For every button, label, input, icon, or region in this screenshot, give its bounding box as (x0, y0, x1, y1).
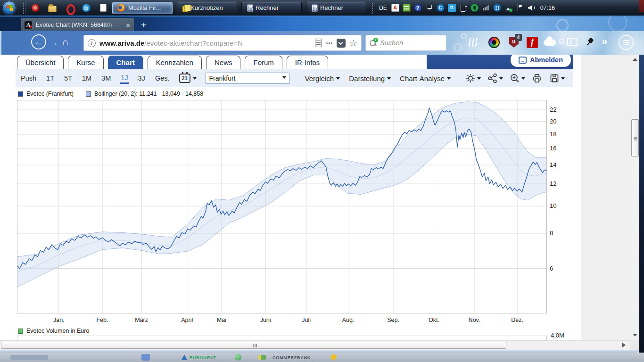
ublock-badge: 4 (515, 34, 522, 41)
range-3j[interactable]: 3J (138, 74, 146, 83)
pocket-icon[interactable] (337, 39, 346, 48)
g-letter-icon[interactable]: G (559, 37, 565, 47)
downloader-icon[interactable] (82, 4, 91, 12)
cloud-icon[interactable] (544, 40, 556, 46)
range-1j[interactable]: 1J (120, 73, 128, 84)
bookmark-star-icon[interactable]: ☆ (349, 39, 357, 48)
horizontal-scroll-thumb[interactable] (1, 342, 506, 349)
site-tab-chart[interactable]: Chart (108, 56, 143, 69)
scroll-right-button[interactable] (622, 343, 628, 347)
indicators-button[interactable] (487, 73, 503, 84)
menu-button[interactable] (619, 35, 634, 50)
network-signal-icon[interactable] (482, 4, 490, 12)
site-tab-forum[interactable]: Forum (245, 56, 282, 69)
search-input[interactable] (380, 39, 442, 47)
opera-icon[interactable] (65, 4, 74, 12)
vertical-scrollbar[interactable] (630, 55, 639, 340)
taskbar-button-mozilla-fir-[interactable]: Mozilla Fir... (112, 2, 173, 14)
flash-icon[interactable] (527, 37, 538, 48)
range-5t[interactable]: 5T (64, 74, 73, 83)
zoom-button[interactable] (509, 73, 525, 84)
y-axis-tick-label: 14 (550, 161, 566, 168)
commerzbank-ribbon-icon (330, 354, 337, 361)
scroll-down-button[interactable] (631, 331, 639, 339)
keyboard-layout-icon[interactable] (403, 4, 411, 12)
print-button[interactable] (531, 73, 543, 84)
security-icon[interactable] (31, 4, 40, 12)
taskbar-button-rechner[interactable]: Rechner (241, 2, 302, 14)
tab-close-icon[interactable]: × (126, 21, 130, 29)
sidebar-icon[interactable] (567, 38, 578, 46)
flag-icon[interactable] (516, 4, 524, 12)
app-dots-icon[interactable] (493, 4, 501, 12)
language-indicator[interactable]: DE (378, 5, 388, 11)
taskbar-button-kurznotizen[interactable]: Kurznotizen (177, 2, 237, 14)
color-wheel-icon[interactable] (488, 37, 500, 48)
logo-fragments (258, 355, 266, 360)
forward-button[interactable]: → (49, 37, 58, 48)
range-3m[interactable]: 3M (101, 74, 111, 83)
antivirus-shield-icon[interactable] (471, 4, 479, 12)
y-axis-tick-label: 6 (550, 265, 566, 272)
browser-tab[interactable]: Evotec Chart (WKN: 566480) - A × (21, 18, 134, 32)
taskbar-clock[interactable]: 07:16 (540, 5, 555, 11)
quick-launch-grip[interactable] (23, 2, 25, 14)
site-tab-news[interactable]: News (206, 56, 241, 69)
dropdown-darstellung[interactable]: Darstellung (349, 74, 391, 82)
tray-grip[interactable] (372, 2, 374, 14)
home-button[interactable]: ⌂ (62, 36, 68, 48)
save-button[interactable] (549, 73, 565, 84)
exchange-select[interactable]: Frankfurt (206, 73, 289, 84)
site-tab-ir-infos[interactable]: IR-Infos (287, 56, 329, 69)
reader-mode-icon[interactable] (315, 39, 322, 47)
legend-item: Bollinger (20, 2): 11,241 - 13,049 - 14,… (86, 90, 203, 97)
library-icon[interactable] (469, 38, 479, 47)
chevron-down-icon (561, 77, 565, 82)
search-icon[interactable]: + (370, 39, 377, 47)
site-tab-kennzahlen[interactable]: Kennzahlen (148, 56, 202, 69)
notepad-icon[interactable] (448, 4, 456, 12)
vertical-scroll-thumb[interactable] (631, 119, 639, 156)
range-1t[interactable]: 1T (46, 74, 55, 83)
horizontal-scrollbar[interactable] (0, 340, 630, 350)
firefox-tab-bar: Evotec Chart (WKN: 566480) - A × + (0, 16, 644, 31)
url-bar[interactable]: i www.ariva.de/evotec-aktie/chart?compar… (83, 35, 362, 51)
scroll-up-button[interactable] (631, 55, 639, 63)
window-switch-icon[interactable] (425, 4, 433, 12)
logo-blob (141, 354, 150, 361)
overflow-chevrons-icon[interactable]: » (602, 35, 607, 48)
taskbar: Mozilla Fir...KurznotizenRechnerRechner … (0, 0, 644, 16)
help-icon[interactable] (414, 4, 422, 12)
range-push[interactable]: Push (20, 74, 37, 83)
url-text[interactable]: www.ariva.de/evotec-aktie/chart?compare=… (99, 39, 311, 47)
site-tab--bersicht[interactable]: Übersicht (17, 56, 64, 69)
start-button[interactable] (2, 1, 16, 15)
new-tab-button[interactable]: + (138, 20, 150, 31)
page-actions-icon[interactable]: ••• (326, 40, 333, 46)
site-tab-kurse[interactable]: Kurse (68, 56, 103, 69)
taskbar-button-rechner[interactable]: Rechner (306, 2, 366, 14)
chart-toolbar: Push1T5T1M3M1J3JGes. 21 Frankfurt Vergle… (16, 69, 573, 87)
settings-button[interactable] (465, 73, 481, 84)
pdf-reader-icon[interactable] (391, 4, 399, 12)
calendar-button[interactable]: 21 (179, 74, 197, 83)
price-chart[interactable] (17, 100, 547, 313)
firefox-nav-bar: ← → ⌂ i www.ariva.de/evotec-aktie/chart?… (0, 31, 644, 55)
logout-button[interactable]: → Abmelden (511, 55, 571, 67)
task-button-label: Rechner (320, 4, 343, 11)
chevron-down-icon (499, 77, 503, 82)
document-icon[interactable] (100, 4, 107, 12)
copyright-icon[interactable] (437, 4, 445, 12)
usb-eject-icon[interactable] (504, 4, 512, 12)
x-axis-month-label: März (130, 317, 153, 323)
back-button[interactable]: ← (31, 34, 46, 49)
info-icon[interactable]: i (88, 39, 96, 47)
dropdown-vergleich[interactable]: Vergleich (305, 74, 340, 82)
range-ges[interactable]: Ges. (155, 74, 170, 83)
files-icon[interactable] (48, 6, 57, 12)
volume-icon[interactable] (527, 4, 535, 12)
range-1m[interactable]: 1M (82, 74, 92, 83)
dropdown-chart-analyse[interactable]: Chart-Analyse (400, 74, 451, 82)
battery-icon[interactable] (459, 4, 467, 12)
pin-icon[interactable] (583, 35, 596, 49)
